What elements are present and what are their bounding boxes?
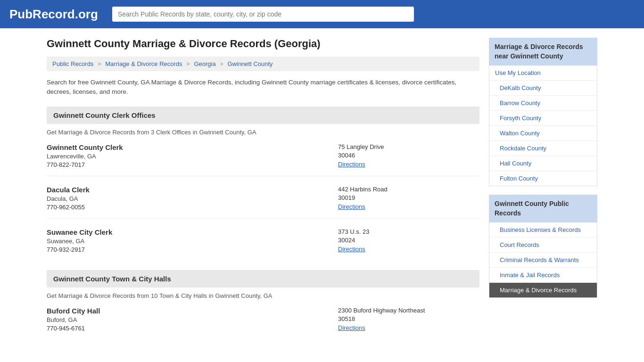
office-address: 373 U.s. 23 [338, 228, 479, 235]
cityhall-section-title: Gwinnett County Town & City Halls [47, 270, 479, 288]
public-records-links: Business Licenses & Records Court Record… [489, 222, 597, 298]
hall-link[interactable]: Hall County [489, 156, 597, 171]
rockdale-link[interactable]: Rockdale County [489, 141, 597, 156]
sidebar-item-barrow[interactable]: Barrow County [489, 96, 597, 111]
office-city: Lawrenceville, GA [47, 153, 329, 160]
clerk-section-title: Gwinnett County Clerk Offices [47, 107, 479, 124]
office-name: Buford City Hall [47, 307, 329, 315]
page-title: Gwinnett County Marriage & Divorce Recor… [47, 38, 479, 50]
business-link[interactable]: Business Licenses & Records [489, 222, 597, 237]
sidebar-item-marriage[interactable]: Marriage & Divorce Records [489, 283, 597, 297]
office-entry: Suwanee City Clerk Suwanee, GA 770-932-2… [47, 228, 479, 261]
fulton-link[interactable]: Fulton County [489, 171, 597, 186]
barrow-link[interactable]: Barrow County [489, 96, 597, 110]
sidebar: Marriage & Divorce Records near Gwinnett… [489, 38, 597, 349]
directions-link[interactable]: Directions [338, 203, 365, 210]
office-phone: 770-932-2917 [47, 246, 329, 253]
office-right: 442 Harbins Road 30019 Directions [329, 186, 479, 211]
sidebar-item-criminal[interactable]: Criminal Records & Warrants [489, 253, 597, 268]
office-city: Buford, GA [47, 316, 329, 323]
breadcrumb-marriage-divorce[interactable]: Marriage & Divorce Records [105, 60, 182, 67]
main-content: Gwinnett County Marriage & Divorce Recor… [47, 38, 479, 349]
office-address: 75 Langley Drive [338, 143, 479, 150]
dekalb-link[interactable]: DeKalb County [489, 81, 597, 95]
office-zip: 30024 [338, 237, 479, 244]
breadcrumb-gwinnett[interactable]: Gwinnett County [228, 60, 273, 67]
nearby-section-title: Marriage & Divorce Records near Gwinnett… [489, 38, 597, 66]
sidebar-item-forsyth[interactable]: Forsyth County [489, 111, 597, 126]
use-location-link[interactable]: Use My Location [489, 66, 597, 80]
office-right: 75 Langley Drive 30046 Directions [329, 143, 479, 168]
directions-link[interactable]: Directions [338, 324, 365, 331]
office-phone: 770-945-6761 [47, 325, 329, 332]
search-box [112, 7, 414, 22]
site-header: PubRecord.org [0, 0, 644, 28]
court-link[interactable]: Court Records [489, 238, 597, 252]
office-left: Dacula Clerk Dacula, GA 770-962-0055 [47, 186, 329, 211]
office-entry: Buford City Hall Buford, GA 770-945-6761… [47, 307, 479, 339]
office-name: Dacula Clerk [47, 186, 329, 194]
sidebar-item-court[interactable]: Court Records [489, 238, 597, 253]
search-input[interactable] [112, 7, 414, 22]
office-phone: 770-822-7017 [47, 161, 329, 168]
office-right: 373 U.s. 23 30024 Directions [329, 228, 479, 253]
office-zip: 30019 [338, 194, 479, 201]
office-name: Suwanee City Clerk [47, 228, 329, 236]
cityhall-section: Gwinnett County Town & City Halls Get Ma… [47, 270, 479, 339]
sidebar-item-rockdale[interactable]: Rockdale County [489, 141, 597, 156]
breadcrumb: Public Records > Marriage & Divorce Reco… [47, 57, 479, 71]
office-left: Buford City Hall Buford, GA 770-945-6761 [47, 307, 329, 332]
page-description: Search for free Gwinnett County, GA Marr… [47, 78, 479, 97]
sidebar-item-walton[interactable]: Walton County [489, 126, 597, 141]
inmate-link[interactable]: Inmate & Jail Records [489, 268, 597, 282]
sidebar-item-hall[interactable]: Hall County [489, 156, 597, 171]
sidebar-item-dekalb[interactable]: DeKalb County [489, 81, 597, 96]
office-address: 2300 Buford Highway Northeast [338, 307, 479, 314]
sidebar-item-use-location[interactable]: Use My Location [489, 66, 597, 81]
sidebar-item-inmate[interactable]: Inmate & Jail Records [489, 268, 597, 283]
office-left: Gwinnett County Clerk Lawrenceville, GA … [47, 143, 329, 168]
site-logo[interactable]: PubRecord.org [9, 7, 98, 22]
office-address: 442 Harbins Road [338, 186, 479, 193]
office-entry: Gwinnett County Clerk Lawrenceville, GA … [47, 143, 479, 176]
directions-link[interactable]: Directions [338, 246, 365, 253]
cityhall-section-desc: Get Marriage & Divorce Records from 10 T… [47, 292, 479, 299]
office-left: Suwanee City Clerk Suwanee, GA 770-932-2… [47, 228, 329, 253]
forsyth-link[interactable]: Forsyth County [489, 111, 597, 125]
page-layout: Gwinnett County Marriage & Divorce Recor… [39, 28, 605, 358]
directions-link[interactable]: Directions [338, 161, 365, 168]
nearby-links: Use My Location DeKalb County Barrow Cou… [489, 66, 597, 186]
clerk-section-desc: Get Marriage & Divorce Records from 3 Cl… [47, 129, 479, 136]
breadcrumb-public-records[interactable]: Public Records [52, 60, 93, 67]
office-city: Suwanee, GA [47, 238, 329, 245]
sidebar-item-fulton[interactable]: Fulton County [489, 171, 597, 186]
office-right: 2300 Buford Highway Northeast 30518 Dire… [329, 307, 479, 332]
office-zip: 30518 [338, 315, 479, 322]
walton-link[interactable]: Walton County [489, 126, 597, 140]
office-entry: Dacula Clerk Dacula, GA 770-962-0055 442… [47, 186, 479, 219]
office-city: Dacula, GA [47, 195, 329, 202]
criminal-link[interactable]: Criminal Records & Warrants [489, 253, 597, 267]
office-name: Gwinnett County Clerk [47, 143, 329, 151]
sidebar-item-business[interactable]: Business Licenses & Records [489, 222, 597, 238]
marriage-link[interactable]: Marriage & Divorce Records [489, 283, 597, 297]
office-zip: 30046 [338, 152, 479, 159]
public-records-section-title: Gwinnett County Public Records [489, 195, 597, 222]
office-phone: 770-962-0055 [47, 204, 329, 211]
breadcrumb-georgia[interactable]: Georgia [194, 60, 215, 67]
clerk-section: Gwinnett County Clerk Offices Get Marria… [47, 107, 479, 261]
